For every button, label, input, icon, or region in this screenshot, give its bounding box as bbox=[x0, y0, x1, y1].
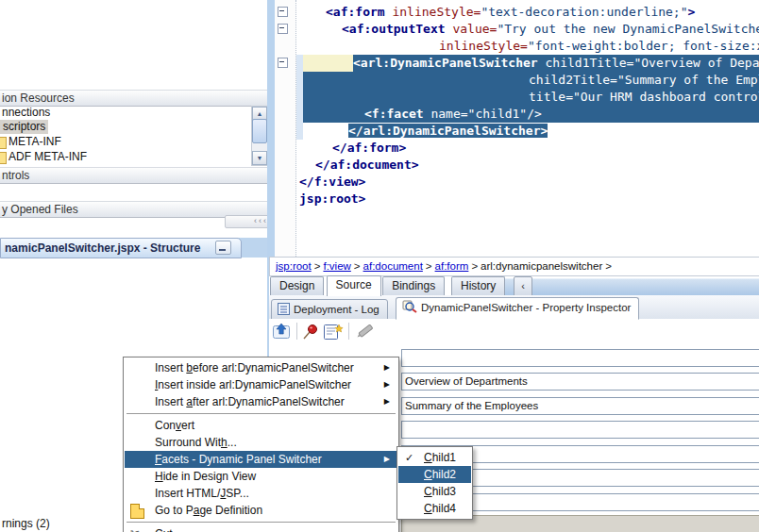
pencil-icon bbox=[353, 322, 378, 341]
application-navigator: ion Resources nnectionsscriptorsMETA-INF… bbox=[0, 0, 267, 238]
menu-item-hide-in-design-view[interactable]: Hide in Design View bbox=[125, 468, 397, 485]
menu-item-label: Insert HTML/JSP... bbox=[155, 487, 249, 500]
scissors-icon: ✂ bbox=[130, 527, 140, 532]
page-definition-icon bbox=[130, 504, 144, 519]
menu-item-convert[interactable]: Convert bbox=[125, 417, 397, 434]
submenu-item-child1[interactable]: ✓Child1 bbox=[398, 449, 471, 466]
menu-item-label: Insert inside arl:DynamicPanelSwitcher bbox=[155, 378, 351, 391]
breadcrumb-link[interactable]: jsp:root bbox=[276, 260, 312, 272]
panel-tab-label: Deployment - Log bbox=[294, 304, 380, 315]
menu-separator bbox=[126, 413, 396, 414]
tab-scroll-chevrons[interactable]: ‹‹‹ bbox=[225, 215, 272, 228]
menu-item-insert-html-jsp[interactable]: Insert HTML/JSP... bbox=[125, 485, 397, 502]
resource-item[interactable]: nnections bbox=[2, 106, 50, 120]
menu-item-insert-before-arl-dynamicpanelswitcher[interactable]: Insert before arl:DynamicPanelSwitcher▶ bbox=[125, 359, 397, 376]
code-line[interactable]: <af:form inlineStyle="text-decoration:un… bbox=[303, 4, 759, 21]
property-field[interactable]: Summary of the Employees bbox=[401, 397, 759, 415]
structure-panel-title: namicPanelSwitcher.jspx - Structure bbox=[0, 238, 242, 258]
resource-item[interactable]: scriptors bbox=[0, 120, 48, 134]
folder-icon bbox=[0, 137, 7, 149]
checkmark-icon: ✓ bbox=[405, 449, 413, 466]
submenu-item-child2[interactable]: Child2 bbox=[398, 466, 471, 483]
resource-item[interactable]: ADF META-INF bbox=[8, 150, 87, 164]
folder-icon bbox=[0, 152, 7, 164]
facets-submenu: ✓Child1Child2Child3Child4 bbox=[396, 446, 473, 520]
panel-tab-deployment-log[interactable]: Deployment - Log bbox=[271, 299, 388, 320]
editor-view-tabs: DesignSourceBindingsHistory‹ bbox=[269, 274, 759, 295]
resource-item[interactable]: META-INF bbox=[8, 135, 61, 149]
code-line[interactable]: </af:document> bbox=[303, 157, 759, 174]
menu-item-cut[interactable]: ✂Cut bbox=[125, 525, 397, 532]
code-line[interactable]: </arl:DynamicPanelSwitcher> bbox=[303, 123, 759, 140]
scroll-down-button[interactable]: ▼ bbox=[252, 151, 267, 165]
tab-scroll-left-button[interactable]: ‹ bbox=[514, 276, 532, 296]
submenu-arrow-icon: ▶ bbox=[384, 451, 390, 468]
controls-header[interactable]: ntrols bbox=[0, 167, 269, 184]
pin-button[interactable] bbox=[300, 322, 321, 341]
code-fold-icon[interactable] bbox=[278, 7, 288, 17]
code-line[interactable]: </af:form> bbox=[303, 140, 759, 157]
property-field[interactable]: Overview of Departments bbox=[401, 373, 759, 391]
application-resources-header[interactable]: ion Resources bbox=[0, 90, 269, 107]
log-icon bbox=[278, 302, 290, 321]
menu-item-label: Surround With... bbox=[155, 436, 237, 449]
submenu-item-label: Child3 bbox=[424, 485, 456, 498]
code-line[interactable]: <af:outputText value="Try out the new Dy… bbox=[303, 21, 759, 38]
new-view-button[interactable] bbox=[322, 322, 343, 341]
menu-separator bbox=[126, 522, 396, 523]
source-editor[interactable]: <af:form inlineStyle="text-decoration:un… bbox=[275, 0, 759, 257]
submenu-arrow-icon: ▶ bbox=[384, 359, 390, 376]
menu-item-surround-with[interactable]: Surround With... bbox=[125, 434, 397, 451]
new-note-icon bbox=[322, 322, 345, 341]
menu-item-label: Facets - Dynamic Panel Switcher bbox=[155, 453, 322, 466]
submenu-arrow-icon: ▶ bbox=[384, 393, 390, 410]
menu-item-facets-dynamic-panel-switcher[interactable]: Facets - Dynamic Panel Switcher▶ bbox=[125, 451, 397, 468]
breadcrumb-link[interactable]: af:document bbox=[363, 260, 423, 272]
menu-item-insert-inside-arl-dynamicpanelswitcher[interactable]: Insert inside arl:DynamicPanelSwitcher▶ bbox=[125, 376, 397, 393]
menu-item-go-to-page-definition[interactable]: Go to Page Definition bbox=[125, 502, 397, 519]
resources-scrollbar[interactable]: ▲ ▼ bbox=[251, 106, 268, 166]
tree-node-label[interactable]: rnings (2) bbox=[2, 516, 50, 532]
menu-item-insert-after-arl-dynamicpanelswitcher[interactable]: Insert after arl:DynamicPanelSwitcher▶ bbox=[125, 393, 397, 410]
submit-changes-button[interactable] bbox=[272, 322, 293, 341]
panel-tab-property-inspector[interactable]: DynamicPanelSwitcher - Property Inspecto… bbox=[396, 297, 639, 320]
menu-item-label: Insert after arl:DynamicPanelSwitcher bbox=[155, 395, 345, 408]
pushpin-icon bbox=[300, 322, 321, 341]
breadcrumb-link[interactable]: af:form bbox=[435, 260, 469, 272]
tab-design[interactable]: Design bbox=[270, 276, 324, 295]
code-line[interactable]: inlineStyle="font-weight:bolder; font-si… bbox=[303, 38, 759, 55]
tab-history[interactable]: History bbox=[451, 276, 505, 295]
code-line[interactable]: child2Title="Summary of the Employee bbox=[303, 72, 759, 89]
submenu-item-child3[interactable]: Child3 bbox=[398, 483, 471, 500]
property-field[interactable] bbox=[401, 421, 759, 439]
breadcrumb-link[interactable]: f:view bbox=[323, 260, 350, 272]
gutter-selection-strip bbox=[296, 55, 303, 140]
bottom-panel-tabs: Deployment - LogDynamicPanelSwitcher - P… bbox=[269, 295, 759, 320]
code-line[interactable]: </f:view> bbox=[299, 174, 755, 191]
tab-bindings[interactable]: Bindings bbox=[382, 276, 445, 295]
submenu-item-child4[interactable]: Child4 bbox=[398, 500, 471, 517]
submenu-item-label: Child1 bbox=[424, 451, 456, 464]
jdeveloper-ide: { "colors":{"selection":"#2d618f","link"… bbox=[0, 0, 759, 532]
scrollbar-thumb[interactable] bbox=[252, 119, 267, 143]
toolbar-separator bbox=[348, 323, 349, 340]
edit-button[interactable] bbox=[353, 322, 374, 341]
minimize-button[interactable] bbox=[215, 241, 231, 255]
breadcrumb: jsp:root>f:view>af:document>af:form>arl:… bbox=[269, 257, 759, 276]
menu-item-label: Cut bbox=[155, 527, 173, 532]
code-line[interactable]: title="Our HRM dashboard control"> bbox=[303, 89, 759, 106]
code-line[interactable]: <arl:DynamicPanelSwitcher child1Title="O… bbox=[303, 55, 759, 72]
tab-source[interactable]: Source bbox=[327, 275, 381, 296]
menu-item-label: Hide in Design View bbox=[155, 470, 256, 483]
toolbar-separator bbox=[296, 323, 297, 340]
editor-gutter bbox=[275, 0, 296, 257]
context-menu: Insert before arl:DynamicPanelSwitcher▶I… bbox=[123, 357, 399, 532]
code-line[interactable]: <f:facet name="child1"/> bbox=[303, 106, 759, 123]
menu-item-label: Convert bbox=[155, 419, 194, 432]
code-fold-icon[interactable] bbox=[278, 24, 288, 34]
code-fold-icon[interactable] bbox=[278, 58, 288, 68]
property-field[interactable] bbox=[401, 349, 759, 367]
code-line[interactable]: jsp:root> bbox=[299, 191, 755, 208]
up-arrow-icon bbox=[272, 322, 293, 341]
menu-item-label: Go to Page Definition bbox=[155, 504, 262, 517]
